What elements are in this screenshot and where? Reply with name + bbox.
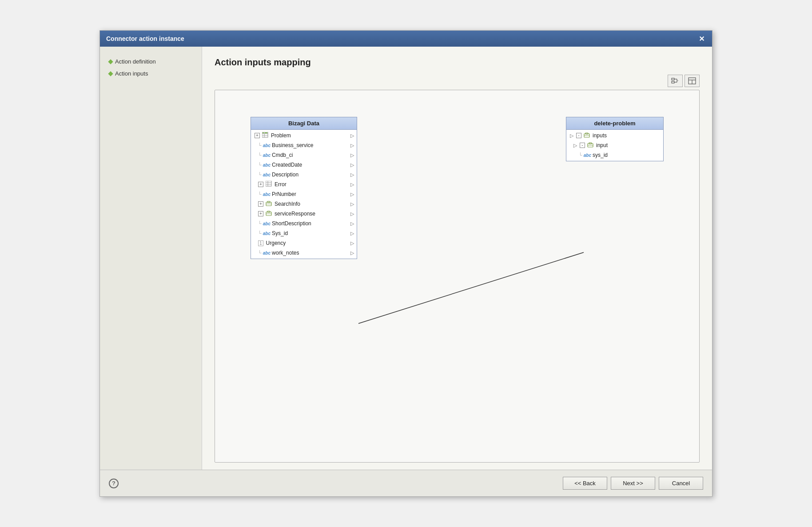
cancel-button[interactable]: Cancel [659,477,703,490]
briefcase-icon [266,200,272,208]
expand-icon[interactable]: + [258,201,263,207]
sidebar-label-action-inputs: Action inputs [115,70,148,77]
tree-line: └ [258,221,262,226]
row-label: Urgency [266,240,349,246]
arrow-icon: ▷ [350,250,354,256]
close-button[interactable]: ✕ [697,34,706,43]
tree-line: └ [258,250,262,256]
briefcase-icon [587,142,593,149]
table-row: └ abc work_notes ▷ [251,248,357,258]
abc-icon: abc [263,143,271,148]
row-label: work_notes [272,250,349,256]
svg-line-9 [358,252,584,323]
abc-icon: abc [263,163,271,168]
row-label: PrNumber [272,191,349,197]
arrow-icon: ▷ [350,221,354,227]
bottom-bar: ? << Back Next >> Cancel [100,470,712,496]
svg-marker-5 [677,80,679,81]
abc-icon: abc [263,192,271,197]
arrow-icon: ▷ [350,182,354,188]
sidebar-label-action-definition: Action definition [115,58,156,65]
briefcase-icon [584,132,590,139]
row-label: SearchInfo [275,201,349,207]
abc-icon: abc [263,221,271,226]
help-button[interactable]: ? [109,479,119,488]
expand-icon[interactable]: + [255,133,260,138]
arrow-icon: ▷ [350,240,354,246]
abc-icon: abc [263,231,271,236]
tree-line: └ [579,152,582,158]
svg-rect-14 [263,132,264,133]
sidebar-item-action-inputs[interactable]: Action inputs [107,68,195,80]
tree-line: └ [258,152,262,158]
row-label: ShortDescription [272,220,349,227]
table-row: └ abc CreatedDate ▷ [251,160,357,170]
row-label: Cmdb_ci [272,152,349,158]
table-row: + SearchInfo ▷ [251,199,357,209]
toolbar [215,75,700,87]
back-button[interactable]: << Back [563,477,607,490]
sidebar-item-action-definition[interactable]: Action definition [107,56,195,68]
dialog: Connector action instance ✕ Action defin… [100,30,712,497]
svg-rect-15 [265,132,267,133]
table-icon [266,181,272,188]
table-row-urgency: 1 Urgency ▷ [251,238,357,248]
arrow-icon: ▷ [350,143,354,148]
row-label: Error [275,181,349,188]
num-icon: 1 [258,240,263,246]
arrow-icon: ▷ [350,192,354,197]
expand-icon[interactable]: - [580,143,585,148]
table-row: + serviceResponse ▷ [251,209,357,219]
layout-button[interactable] [685,75,700,87]
bizagi-table-header: Bizagi Data [251,117,357,130]
button-group: << Back Next >> Cancel [563,477,703,490]
abc-icon: abc [263,251,271,256]
row-label: Business_service [272,142,349,148]
tree-line: └ [258,231,262,236]
table-row: └ abc Business_service ▷ [251,140,357,150]
svg-rect-0 [672,78,674,80]
arrow-icon: ▷ [350,201,354,207]
bizagi-table-rows: + Proble [251,130,357,259]
expand-icon[interactable]: - [576,133,581,138]
delete-problem-table: delete-problem ▷ - [566,117,664,161]
arrow-icon: ▷ [350,133,354,139]
delete-table-header: delete-problem [566,117,663,130]
abc-icon: abc [263,153,271,158]
svg-rect-1 [672,81,674,83]
table-row: └ abc ShortDescription ▷ [251,219,357,228]
arrange-button[interactable] [668,75,683,87]
next-button[interactable]: Next >> [611,477,655,490]
tree-line: └ [258,162,262,168]
diamond-icon-2 [108,71,113,76]
table-row: ▷ - input [566,140,663,150]
page-title: Action inputs mapping [215,57,700,68]
content-area: Action definition Action inputs Action i… [100,47,712,470]
svg-rect-16 [266,181,271,186]
row-label: Sys_id [272,230,349,236]
delete-table-rows: ▷ - inputs [566,130,663,161]
arrow-icon-left: ▷ [570,133,573,139]
table-icon [262,132,268,139]
abc-icon: abc [263,172,271,177]
table-row-sys-id: └ abc Sys_id ▷ [251,228,357,238]
table-row: └ abc PrNumber ▷ [251,189,357,199]
table-row: └ abc Cmdb_ci ▷ [251,150,357,160]
row-label: Problem [271,132,349,139]
briefcase-icon [266,210,272,217]
bizagi-data-table: Bizagi Data + [251,117,357,259]
arrow-icon-left: ▷ [573,143,577,148]
row-label: serviceResponse [275,211,349,217]
dialog-title: Connector action instance [106,35,184,42]
expand-icon[interactable]: + [258,182,263,187]
tree-line: └ [258,172,262,177]
table-row-sys-id-right: └ abc sys_id [566,150,663,160]
row-label: input [596,142,661,148]
arrow-icon: ▷ [350,152,354,158]
expand-icon[interactable]: + [258,211,263,216]
table-row: ▷ - inputs [566,131,663,140]
row-label: Description [272,172,349,178]
table-row: └ abc Description ▷ [251,170,357,180]
arrow-icon: ▷ [350,231,354,236]
arrow-icon: ▷ [350,211,354,217]
